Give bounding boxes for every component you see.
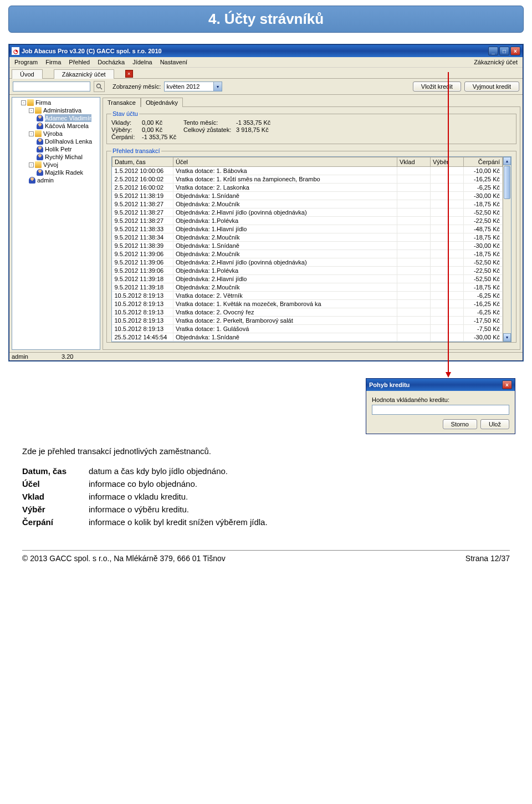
menu-jidelna[interactable]: Jídelna [130,58,155,66]
employee-tree[interactable]: -Firma-AdministrativaAdamec VladimírKáčo… [12,97,100,350]
table-cell: 2.5.2012 16:00:02 [112,175,173,184]
tree-row[interactable]: Holík Petr [13,145,99,153]
table-cell [397,308,431,317]
table-cell [397,333,431,342]
tab-account[interactable]: Zákaznický účet [54,69,114,79]
table-cell: 9.5.2012 11:39:18 [112,283,173,292]
tree-row[interactable]: admin [13,176,99,184]
tree-row[interactable]: Dolíhalová Lenka [13,138,99,145]
table-row[interactable]: 2.5.2012 16:00:02Vratka dotace: 1. Krůtí… [112,175,503,184]
credit-amount-input[interactable] [372,405,509,415]
table-header[interactable]: Datum, čas [112,157,173,167]
table-cell: 10.5.2012 8:19:13 [112,300,173,308]
table-row[interactable]: 9.5.2012 11:39:18Objednávka: 2.Hlavní jí… [112,275,503,283]
dialog-wrapper: Pohyb kreditu × Hodnota vkládaného kredi… [8,378,515,434]
account-state-cell: Celkový zůstatek: [183,126,236,133]
close-button[interactable]: × [510,47,520,55]
table-row[interactable]: 9.5.2012 11:39:06Objednávka: 2.Moučník-1… [112,250,503,258]
tree-row[interactable]: Adamec Vladimír [13,114,99,122]
table-cell [431,300,464,308]
close-tab-icon[interactable]: × [125,70,133,78]
tree-row[interactable]: -Administrativa [13,106,99,114]
dialog-save-button[interactable]: Ulož [480,419,509,429]
panel-tab-transactions[interactable]: Transakce [103,98,141,107]
table-cell: -16,25 Kč [464,300,503,308]
table-cell: -18,75 Kč [464,250,503,258]
table-cell: Objednávka: 1.Polévka [173,267,397,275]
month-dropdown-arrow[interactable]: ▾ [214,82,222,91]
table-row[interactable]: 9.5.2012 11:39:06Objednávka: 1.Polévka-2… [112,267,503,275]
table-row[interactable]: 9.5.2012 11:38:34Objednávka: 2.Moučník-1… [112,233,503,242]
menu-firma[interactable]: Firma [43,58,64,66]
table-cell [397,300,431,308]
table-header[interactable]: Účel [173,157,397,167]
table-scrollbar[interactable]: ▴ ▾ [503,157,511,342]
table-row[interactable]: 10.5.2012 8:19:13Vratka dotace: 2. Větrn… [112,292,503,300]
table-header[interactable]: Čerpání [464,157,503,167]
table-row[interactable]: 10.5.2012 8:19:13Vratka dotace: 2. Ovocn… [112,308,503,317]
table-header[interactable]: Vklad [397,157,431,167]
table-row[interactable]: 25.5.2012 14:45:54Objednávka: 1.Snídaně-… [112,333,503,342]
insert-credit-button[interactable]: Vložit kredit [413,82,461,91]
table-row[interactable]: 9.5.2012 11:38:19Objednávka: 1.Snídaně-3… [112,192,503,200]
table-row[interactable]: 9.5.2012 11:38:33Objednávka: 1.Hlavní jí… [112,225,503,233]
tree-row[interactable]: -Vývoj [13,161,99,169]
table-cell: Vratka dotace: 1. Krůtí směs na žampione… [173,175,397,184]
document-body-text: Zde je přehled transakcí jednotlivých za… [22,445,510,528]
maximize-button[interactable]: □ [499,47,509,55]
tab-intro[interactable]: Úvod [12,69,43,79]
table-row[interactable]: 1.5.2012 10:00:06Vratka dotace: 1. Bábov… [112,167,503,175]
table-row[interactable]: 9.5.2012 11:38:27Objednávka: 2.Moučník-1… [112,200,503,208]
table-row[interactable]: 10.5.2012 8:19:13Vratka dotace: 1. Květá… [112,300,503,308]
panel-tab-orders[interactable]: Objednávky [141,98,183,107]
table-cell: -52,50 Kč [464,258,503,267]
tree-row[interactable]: Káčová Marcela [13,122,99,130]
table-row[interactable]: 9.5.2012 11:39:18Objednávka: 2.Moučník-1… [112,283,503,292]
tree-row[interactable]: -Výroba [13,130,99,138]
tree-row[interactable]: -Firma [13,99,99,106]
table-cell: Objednávka: 1.Snídaně [173,192,397,200]
minimize-button[interactable]: _ [488,47,498,55]
month-select[interactable] [164,82,214,91]
scroll-thumb[interactable] [504,166,510,199]
tree-row[interactable]: Majzlík Radek [13,169,99,176]
withdraw-credit-button[interactable]: Vyjmout kredit [464,82,519,91]
window-titlebar: ◔ Job Abacus Pro v3.20 (C) GACC spol. s … [9,45,523,57]
search-field[interactable] [13,82,90,91]
table-row[interactable]: 9.5.2012 11:38:39Objednávka: 1.Snídaně-3… [112,242,503,250]
menu-nastaveni[interactable]: Nastavení [157,58,191,66]
account-state-cell: Čerpání: [111,134,142,140]
scroll-down-arrow[interactable]: ▾ [503,333,511,342]
app-icon: ◔ [12,47,19,55]
menu-right-link[interactable]: Zákaznický účet [471,58,520,66]
table-cell: 9.5.2012 11:38:19 [112,192,173,200]
table-cell: -18,75 Kč [464,200,503,208]
table-row[interactable]: 2.5.2012 16:00:02Vratka dotace: 2. Lasko… [112,184,503,192]
dialog-cancel-button[interactable]: Storno [443,419,477,429]
menu-dochazka[interactable]: Docházka [95,58,127,66]
table-cell [397,267,431,275]
tree-row[interactable]: Rychlý Michal [13,153,99,161]
table-cell [431,308,464,317]
search-button[interactable] [94,81,105,92]
table-row[interactable]: 10.5.2012 8:19:13Vratka dotace: 2. Perke… [112,317,503,325]
window-title: Job Abacus Pro v3.20 (C) GACC spol. s r.… [22,48,162,54]
transactions-table[interactable]: Datum, časÚčelVkladVýběrČerpání 1.5.2012… [112,157,503,342]
table-cell: Objednávka: 2.Moučník [173,200,397,208]
table-cell: 9.5.2012 11:38:27 [112,200,173,208]
menu-program[interactable]: Program [12,58,40,66]
table-header[interactable]: Výběr [431,157,464,167]
table-cell: 10.5.2012 8:19:13 [112,292,173,300]
menu-prehled[interactable]: Přehled [66,58,93,66]
table-row[interactable]: 9.5.2012 11:39:06Objednávka: 2.Hlavní jí… [112,258,503,267]
table-cell [397,217,431,225]
definition-desc: informace co bylo objednáno. [89,478,510,490]
table-row[interactable]: 9.5.2012 11:38:27Objednávka: 2.Hlavní jí… [112,208,503,217]
table-cell [431,317,464,325]
table-cell: 9.5.2012 11:38:39 [112,242,173,250]
scroll-up-arrow[interactable]: ▴ [503,157,511,165]
table-cell [397,275,431,283]
table-row[interactable]: 9.5.2012 11:38:27Objednávka: 1.Polévka-2… [112,217,503,225]
dialog-close-button[interactable]: × [502,380,512,389]
table-row[interactable]: 10.5.2012 8:19:13Vratka dotace: 1. Guláš… [112,325,503,333]
